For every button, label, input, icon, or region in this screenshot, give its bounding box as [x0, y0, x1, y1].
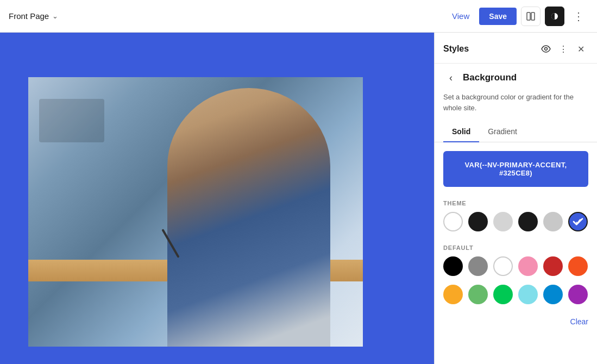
eye-icon: [541, 45, 551, 53]
svg-point-3: [545, 48, 548, 51]
theme-label: THEME: [435, 196, 597, 212]
styles-more-button[interactable]: ⋮: [556, 41, 571, 57]
default-swatch-lightblue[interactable]: [518, 285, 538, 304]
section-heading: Background: [463, 72, 517, 83]
default-swatch-purple[interactable]: [568, 285, 588, 304]
default-swatch-black[interactable]: [443, 256, 463, 276]
default-swatches-row2: [435, 285, 597, 313]
canvas-area: [0, 33, 434, 364]
theme-swatch-dark2[interactable]: [518, 212, 538, 231]
save-button[interactable]: Save: [479, 8, 517, 25]
default-swatch-blue[interactable]: [543, 285, 563, 304]
page-title: Front Page: [9, 11, 49, 21]
default-swatch-red[interactable]: [543, 256, 563, 276]
tabs-row: Solid Gradient: [435, 122, 597, 142]
top-bar-right: View Save ⋮: [447, 7, 588, 26]
default-label: DEFAULT: [435, 240, 597, 256]
panel-header: Styles ⋮ ✕: [435, 33, 597, 64]
panel-title: Styles: [443, 44, 469, 54]
theme-swatch-blue[interactable]: [568, 212, 588, 231]
theme-toggle-button[interactable]: [545, 7, 564, 26]
default-swatches-row1: [435, 256, 597, 285]
top-bar: Front Page ⌄ View Save ⋮: [0, 0, 597, 33]
clear-button[interactable]: Clear: [570, 317, 588, 326]
default-swatch-pink[interactable]: [518, 256, 538, 276]
svg-rect-0: [527, 12, 530, 20]
window-element: [39, 99, 104, 142]
back-button[interactable]: ‹: [443, 70, 458, 85]
default-swatch-gray[interactable]: [468, 256, 488, 276]
back-row: ‹ Background: [435, 64, 597, 92]
view-button[interactable]: View: [447, 8, 475, 24]
color-value-button[interactable]: VAR(--NV-PRIMARY-ACCENT, #325CE8): [443, 151, 588, 187]
clear-row: Clear: [435, 313, 597, 335]
default-swatch-yellow[interactable]: [443, 285, 463, 304]
canvas-content: [27, 76, 364, 348]
main-layout: Styles ⋮ ✕ ‹ Background Set a background…: [0, 33, 597, 364]
panel-description: Set a background color or gradient for t…: [435, 92, 597, 122]
styles-close-button[interactable]: ✕: [573, 41, 588, 57]
tab-solid[interactable]: Solid: [443, 122, 479, 142]
page-title-chevron-icon[interactable]: ⌄: [52, 12, 58, 20]
styles-panel: Styles ⋮ ✕ ‹ Background Set a background…: [434, 33, 597, 364]
columns-icon: [526, 11, 536, 21]
canvas-photo: [28, 77, 363, 347]
default-swatch-green[interactable]: [493, 285, 513, 304]
styles-eye-button[interactable]: [538, 41, 554, 57]
checkmark-icon: [569, 213, 587, 230]
person-figure: [167, 88, 330, 347]
theme-swatch-white[interactable]: [443, 212, 463, 231]
default-swatch-lightgreen[interactable]: [468, 285, 488, 304]
dark-mode-icon: [550, 12, 559, 21]
layout-icon-button[interactable]: [521, 7, 541, 26]
svg-rect-1: [531, 12, 535, 20]
theme-swatch-lightgray[interactable]: [493, 212, 513, 231]
theme-swatch-dark1[interactable]: [468, 212, 488, 231]
theme-swatch-midgray[interactable]: [543, 212, 563, 231]
theme-swatches: [435, 212, 597, 240]
tab-gradient[interactable]: Gradient: [479, 122, 526, 142]
default-swatch-white[interactable]: [493, 256, 513, 276]
more-options-button[interactable]: ⋮: [569, 7, 588, 26]
default-swatch-orange[interactable]: [568, 256, 588, 276]
top-bar-left: Front Page ⌄: [9, 11, 58, 21]
panel-header-icons: ⋮ ✕: [538, 41, 588, 57]
